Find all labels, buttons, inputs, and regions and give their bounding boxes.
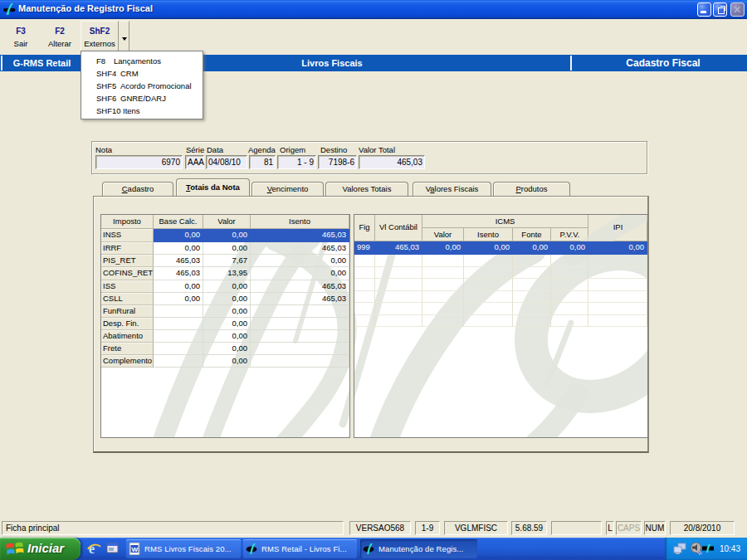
svg-text:e: e [89, 542, 95, 556]
svg-text:W: W [132, 546, 139, 553]
